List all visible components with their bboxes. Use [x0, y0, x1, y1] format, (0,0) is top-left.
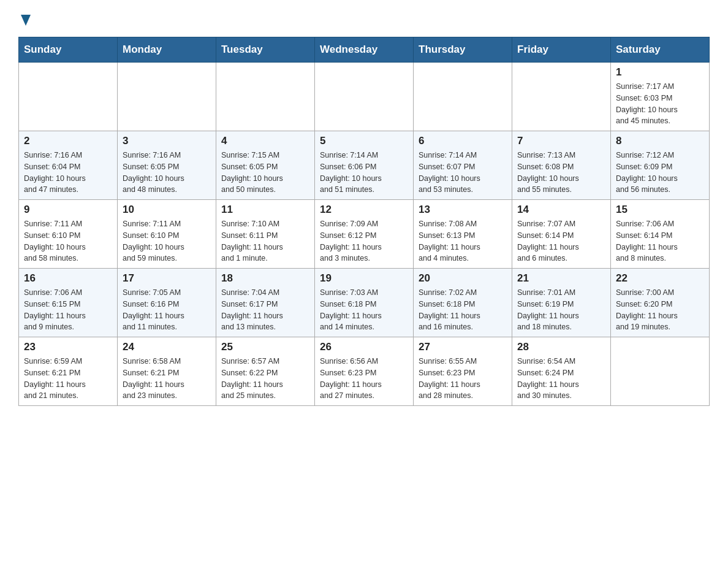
day-info: Sunrise: 6:58 AM Sunset: 6:21 PM Dayligh…: [123, 356, 211, 402]
day-info: Sunrise: 6:56 AM Sunset: 6:23 PM Dayligh…: [320, 356, 408, 402]
logo: [18, 12, 32, 27]
day-number: 1: [616, 66, 704, 79]
calendar-cell: 23Sunrise: 6:59 AM Sunset: 6:21 PM Dayli…: [19, 337, 118, 406]
calendar-cell: 27Sunrise: 6:55 AM Sunset: 6:23 PM Dayli…: [414, 337, 512, 406]
calendar-cell: 6Sunrise: 7:14 AM Sunset: 6:07 PM Daylig…: [414, 131, 512, 200]
calendar-cell: [315, 63, 414, 131]
calendar-cell: 21Sunrise: 7:01 AM Sunset: 6:19 PM Dayli…: [512, 269, 611, 337]
day-number: 16: [24, 272, 112, 285]
day-number: 11: [221, 204, 309, 216]
weekday-header-saturday: Saturday: [611, 37, 710, 63]
calendar-cell: 3Sunrise: 7:16 AM Sunset: 6:05 PM Daylig…: [118, 131, 216, 200]
calendar-cell: 11Sunrise: 7:10 AM Sunset: 6:11 PM Dayli…: [216, 200, 315, 269]
day-info: Sunrise: 7:16 AM Sunset: 6:05 PM Dayligh…: [123, 150, 211, 196]
calendar-cell: 13Sunrise: 7:08 AM Sunset: 6:13 PM Dayli…: [414, 200, 512, 269]
day-info: Sunrise: 7:11 AM Sunset: 6:10 PM Dayligh…: [24, 218, 112, 264]
calendar-cell: 1Sunrise: 7:17 AM Sunset: 6:03 PM Daylig…: [611, 63, 710, 131]
page-header: [18, 12, 710, 27]
calendar-cell: 10Sunrise: 7:11 AM Sunset: 6:10 PM Dayli…: [118, 200, 216, 269]
calendar-cell: [216, 63, 315, 131]
calendar-cell: 12Sunrise: 7:09 AM Sunset: 6:12 PM Dayli…: [315, 200, 414, 269]
calendar-week-row: 2Sunrise: 7:16 AM Sunset: 6:04 PM Daylig…: [19, 131, 710, 200]
day-number: 15: [616, 204, 704, 216]
calendar-cell: 22Sunrise: 7:00 AM Sunset: 6:20 PM Dayli…: [611, 269, 710, 337]
day-number: 14: [517, 204, 605, 216]
calendar-cell: 14Sunrise: 7:07 AM Sunset: 6:14 PM Dayli…: [512, 200, 611, 269]
day-number: 22: [616, 272, 704, 285]
calendar-cell: 26Sunrise: 6:56 AM Sunset: 6:23 PM Dayli…: [315, 337, 414, 406]
calendar-cell: 5Sunrise: 7:14 AM Sunset: 6:06 PM Daylig…: [315, 131, 414, 200]
day-info: Sunrise: 7:04 AM Sunset: 6:17 PM Dayligh…: [221, 287, 309, 333]
day-number: 26: [320, 341, 408, 353]
day-number: 8: [616, 135, 704, 147]
day-number: 10: [123, 204, 211, 216]
day-info: Sunrise: 7:08 AM Sunset: 6:13 PM Dayligh…: [419, 218, 507, 264]
calendar-cell: 2Sunrise: 7:16 AM Sunset: 6:04 PM Daylig…: [19, 131, 118, 200]
weekday-header-tuesday: Tuesday: [216, 37, 315, 63]
calendar-cell: 18Sunrise: 7:04 AM Sunset: 6:17 PM Dayli…: [216, 269, 315, 337]
day-info: Sunrise: 6:57 AM Sunset: 6:22 PM Dayligh…: [221, 356, 309, 402]
weekday-header-monday: Monday: [118, 37, 216, 63]
calendar-header-row: SundayMondayTuesdayWednesdayThursdayFrid…: [19, 37, 710, 63]
svg-marker-0: [21, 15, 31, 26]
day-number: 3: [123, 135, 211, 147]
day-info: Sunrise: 7:03 AM Sunset: 6:18 PM Dayligh…: [320, 287, 408, 333]
day-info: Sunrise: 6:55 AM Sunset: 6:23 PM Dayligh…: [419, 356, 507, 402]
day-info: Sunrise: 7:16 AM Sunset: 6:04 PM Dayligh…: [24, 150, 112, 196]
calendar-cell: 20Sunrise: 7:02 AM Sunset: 6:18 PM Dayli…: [414, 269, 512, 337]
day-info: Sunrise: 7:14 AM Sunset: 6:07 PM Dayligh…: [419, 150, 507, 196]
day-number: 4: [221, 135, 309, 147]
calendar-cell: 25Sunrise: 6:57 AM Sunset: 6:22 PM Dayli…: [216, 337, 315, 406]
day-number: 21: [517, 272, 605, 285]
day-number: 20: [419, 272, 507, 285]
calendar-table: SundayMondayTuesdayWednesdayThursdayFrid…: [18, 37, 710, 406]
day-info: Sunrise: 7:05 AM Sunset: 6:16 PM Dayligh…: [123, 287, 211, 333]
day-info: Sunrise: 7:06 AM Sunset: 6:14 PM Dayligh…: [616, 218, 704, 264]
calendar-week-row: 16Sunrise: 7:06 AM Sunset: 6:15 PM Dayli…: [19, 269, 710, 337]
calendar-week-row: 9Sunrise: 7:11 AM Sunset: 6:10 PM Daylig…: [19, 200, 710, 269]
calendar-cell: 16Sunrise: 7:06 AM Sunset: 6:15 PM Dayli…: [19, 269, 118, 337]
calendar-cell: [19, 63, 118, 131]
logo-arrow-icon: [20, 13, 32, 27]
day-number: 28: [517, 341, 605, 353]
calendar-cell: [512, 63, 611, 131]
calendar-cell: 24Sunrise: 6:58 AM Sunset: 6:21 PM Dayli…: [118, 337, 216, 406]
day-info: Sunrise: 7:00 AM Sunset: 6:20 PM Dayligh…: [616, 287, 704, 333]
day-number: 25: [221, 341, 309, 353]
calendar-cell: [414, 63, 512, 131]
day-info: Sunrise: 6:54 AM Sunset: 6:24 PM Dayligh…: [517, 356, 605, 402]
calendar-cell: 4Sunrise: 7:15 AM Sunset: 6:05 PM Daylig…: [216, 131, 315, 200]
calendar-cell: 28Sunrise: 6:54 AM Sunset: 6:24 PM Dayli…: [512, 337, 611, 406]
day-number: 2: [24, 135, 112, 147]
weekday-header-sunday: Sunday: [19, 37, 118, 63]
day-info: Sunrise: 7:12 AM Sunset: 6:09 PM Dayligh…: [616, 150, 704, 196]
day-info: Sunrise: 7:11 AM Sunset: 6:10 PM Dayligh…: [123, 218, 211, 264]
calendar-cell: 8Sunrise: 7:12 AM Sunset: 6:09 PM Daylig…: [611, 131, 710, 200]
weekday-header-wednesday: Wednesday: [315, 37, 414, 63]
day-info: Sunrise: 7:15 AM Sunset: 6:05 PM Dayligh…: [221, 150, 309, 196]
calendar-cell: 19Sunrise: 7:03 AM Sunset: 6:18 PM Dayli…: [315, 269, 414, 337]
day-info: Sunrise: 7:17 AM Sunset: 6:03 PM Dayligh…: [616, 81, 704, 127]
day-number: 9: [24, 204, 112, 216]
day-number: 17: [123, 272, 211, 285]
day-info: Sunrise: 7:07 AM Sunset: 6:14 PM Dayligh…: [517, 218, 605, 264]
day-number: 19: [320, 272, 408, 285]
calendar-cell: 7Sunrise: 7:13 AM Sunset: 6:08 PM Daylig…: [512, 131, 611, 200]
day-number: 12: [320, 204, 408, 216]
day-info: Sunrise: 7:13 AM Sunset: 6:08 PM Dayligh…: [517, 150, 605, 196]
day-number: 7: [517, 135, 605, 147]
day-info: Sunrise: 7:09 AM Sunset: 6:12 PM Dayligh…: [320, 218, 408, 264]
calendar-week-row: 1Sunrise: 7:17 AM Sunset: 6:03 PM Daylig…: [19, 63, 710, 131]
day-info: Sunrise: 7:06 AM Sunset: 6:15 PM Dayligh…: [24, 287, 112, 333]
day-number: 6: [419, 135, 507, 147]
calendar-cell: 9Sunrise: 7:11 AM Sunset: 6:10 PM Daylig…: [19, 200, 118, 269]
day-number: 27: [419, 341, 507, 353]
day-info: Sunrise: 7:02 AM Sunset: 6:18 PM Dayligh…: [419, 287, 507, 333]
day-number: 18: [221, 272, 309, 285]
day-info: Sunrise: 6:59 AM Sunset: 6:21 PM Dayligh…: [24, 356, 112, 402]
day-info: Sunrise: 7:14 AM Sunset: 6:06 PM Dayligh…: [320, 150, 408, 196]
day-info: Sunrise: 7:01 AM Sunset: 6:19 PM Dayligh…: [517, 287, 605, 333]
day-number: 23: [24, 341, 112, 353]
calendar-cell: 15Sunrise: 7:06 AM Sunset: 6:14 PM Dayli…: [611, 200, 710, 269]
calendar-cell: 17Sunrise: 7:05 AM Sunset: 6:16 PM Dayli…: [118, 269, 216, 337]
